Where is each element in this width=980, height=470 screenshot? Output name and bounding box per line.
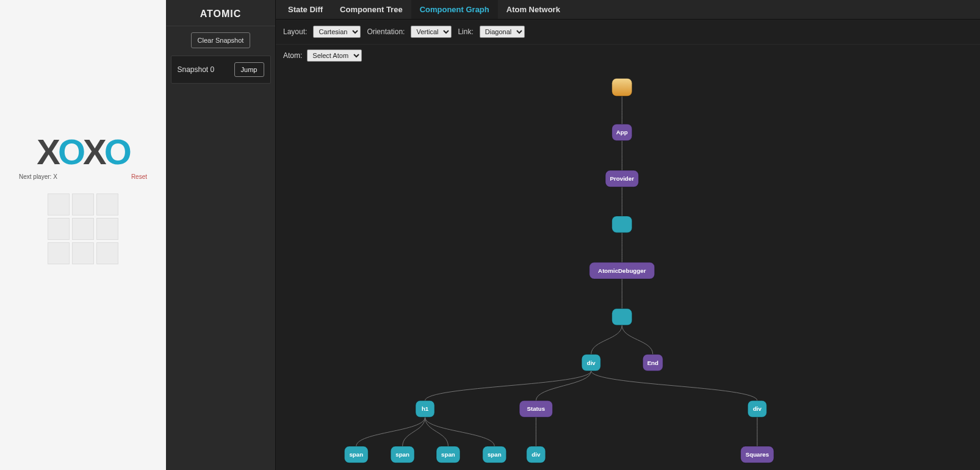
tab-atom-network[interactable]: Atom Network [498,0,569,19]
graph-node[interactable]: span [436,446,460,463]
tab-state-diff[interactable]: State Diff [279,0,331,19]
orientation-label: Orientation: [367,27,405,36]
graph-node[interactable] [612,309,632,325]
board-cell[interactable] [48,242,70,264]
snapshot-label: Snapshot 0 [178,65,215,74]
tab-component-graph[interactable]: Component Graph [411,0,498,19]
svg-text:div: div [531,451,541,458]
board-cell[interactable] [72,218,94,240]
app-logo: XOXO [37,134,129,170]
atom-label: Atom: [283,51,302,60]
svg-text:Provider: Provider [610,175,635,182]
graph-node[interactable]: Provider [605,170,638,187]
board-cell[interactable] [96,193,118,215]
svg-text:App: App [616,129,628,136]
board-cell[interactable] [96,242,118,264]
svg-text:div: div [753,405,762,412]
board-cell[interactable] [48,218,70,240]
next-player-label: Next player: X [19,173,57,180]
graph-canvas[interactable]: AppProviderAtomicDebuggerdivEndh1Statusd… [276,67,980,470]
layout-select[interactable]: Cartesian [313,26,361,38]
tabs-bar: State Diff Component Tree Component Grap… [276,0,980,20]
graph-node[interactable]: Status [519,400,552,417]
tic-tac-toe-board [48,193,118,264]
devtool-main: State Diff Component Tree Component Grap… [276,0,980,470]
svg-rect-8 [612,309,632,325]
atom-controls: Atom: Select Atom [276,45,980,67]
atom-select[interactable]: Select Atom [307,49,362,62]
svg-text:AtomicDebugger: AtomicDebugger [598,267,646,274]
snapshot-sidebar: ATOMIC Clear Snapshot Snapshot 0 Jump [166,0,276,470]
tab-component-tree[interactable]: Component Tree [331,0,411,19]
logo-letter: X [37,132,58,172]
graph-node[interactable]: End [643,354,663,371]
board-cell[interactable] [72,193,94,215]
graph-node[interactable]: Squares [741,446,774,463]
graph-node[interactable]: h1 [416,400,434,417]
svg-text:End: End [647,360,658,366]
board-cell[interactable] [96,218,118,240]
graph-node[interactable]: App [612,124,632,140]
svg-rect-5 [612,216,632,233]
svg-text:h1: h1 [422,405,429,412]
svg-text:span: span [488,451,502,458]
orientation-select[interactable]: Vertical [411,26,452,38]
graph-node[interactable]: div [748,400,766,417]
graph-controls: Layout: Cartesian Orientation: Vertical … [276,20,980,45]
svg-text:span: span [349,451,363,458]
graph-node[interactable] [612,78,632,96]
board-cell[interactable] [48,193,70,215]
board-cell[interactable] [72,242,94,264]
link-select[interactable]: Diagonal [480,26,525,38]
graph-node[interactable]: span [483,446,506,463]
reset-link[interactable]: Reset [131,173,147,180]
svg-text:span: span [441,451,455,458]
status-row: Next player: X Reset [19,173,147,180]
jump-button[interactable]: Jump [234,62,264,77]
graph-node[interactable]: span [391,446,414,463]
sidebar-title: ATOMIC [166,0,275,26]
svg-text:div: div [587,360,596,366]
snapshot-item[interactable]: Snapshot 0 Jump [171,56,271,84]
layout-label: Layout: [283,27,307,36]
graph-node[interactable]: span [344,446,368,463]
svg-rect-0 [612,78,632,96]
svg-text:Squares: Squares [746,451,769,458]
svg-text:span: span [395,451,409,458]
graph-node[interactable]: AtomicDebugger [589,262,655,279]
demo-app-panel: XOXO Next player: X Reset [0,0,166,470]
svg-text:Status: Status [527,405,545,412]
logo-letter: O [58,132,83,172]
graph-node[interactable] [612,216,632,233]
logo-letter: O [104,132,129,172]
logo-letter: X [83,132,104,172]
graph-node[interactable]: div [527,446,546,463]
graph-node[interactable]: div [582,354,600,371]
clear-snapshot-button[interactable]: Clear Snapshot [191,32,251,48]
link-label: Link: [458,27,473,36]
